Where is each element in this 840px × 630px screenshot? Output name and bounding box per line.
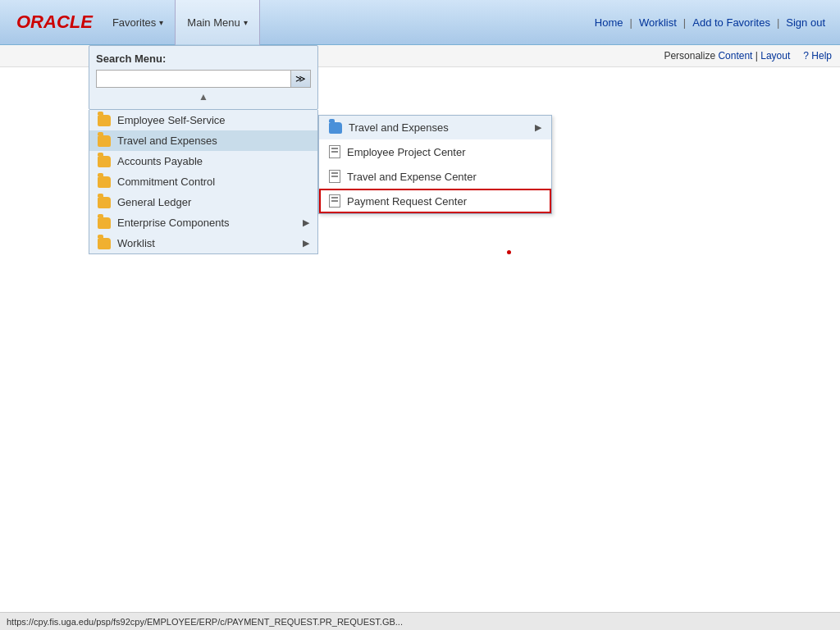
folder-icon-general-ledger [98, 197, 111, 208]
main-menu-tab[interactable]: Main Menu ▾ [175, 0, 259, 45]
main-menu-label: Main Menu [187, 16, 240, 29]
personalize-label: Personalize [664, 50, 715, 62]
menu-item-travel-expenses[interactable]: Travel and Expenses [89, 130, 317, 151]
add-to-favorites-link[interactable]: Add to Favorites [686, 16, 777, 29]
submenu-item-travel-expenses[interactable]: Travel and Expenses ▶ [319, 116, 551, 139]
personalize-separator: | [752, 50, 760, 62]
doc-icon-employee-project-center [329, 145, 340, 158]
enterprise-components-arrow-icon: ▶ [303, 217, 309, 228]
favorites-label: Favorites [112, 16, 156, 29]
menu-item-employee-self-service[interactable]: Employee Self-Service [89, 110, 317, 130]
search-menu-input[interactable] [96, 70, 291, 88]
doc-icon-payment-request-center [329, 194, 340, 208]
header-right: Home | Worklist | Add to Favorites | Sig… [588, 16, 832, 29]
search-menu-box: Search Menu: ≫ ▲ [89, 45, 318, 110]
oracle-logo: ORACLE [8, 11, 101, 33]
search-menu-button[interactable]: ≫ [291, 70, 311, 88]
submenu-container: Travel and Expenses ▶ Employee Project C… [318, 115, 552, 214]
status-url: https://cpy.fis.uga.edu/psp/fs92cpy/EMPL… [7, 617, 403, 627]
header: ORACLE Favorites ▾ Main Menu ▾ Home | Wo… [0, 0, 840, 45]
layout-link[interactable]: Layout [760, 50, 790, 62]
menu-label-commitment-control: Commitment Control [117, 176, 215, 188]
menu-item-enterprise-components[interactable]: Enterprise Components ▶ [89, 212, 317, 233]
submenu-item-payment-request-center[interactable]: Payment Request Center [319, 189, 551, 213]
menu-label-travel-expenses: Travel and Expenses [117, 135, 217, 147]
menu-list: Employee Self-Service Travel and Expense… [89, 110, 318, 254]
travel-expenses-sub-arrow-icon: ▶ [535, 122, 541, 133]
menu-label-employee-self-service: Employee Self-Service [117, 114, 226, 126]
submenu-label-payment-request-center: Payment Request Center [347, 195, 467, 208]
doc-icon-travel-expense-center [329, 170, 340, 183]
main-menu-arrow-icon: ▾ [244, 18, 248, 27]
search-menu-label: Search Menu: [96, 52, 311, 65]
red-dot [507, 250, 511, 254]
content-area: Personalize Content | Layout ? Help Sear… [0, 45, 840, 578]
folder-icon-accounts-payable [98, 156, 111, 167]
menu-label-general-ledger: General Ledger [117, 196, 191, 208]
folder-icon-employee-self-service [98, 115, 111, 126]
content-link[interactable]: Content [718, 50, 752, 62]
menu-item-worklist[interactable]: Worklist ▶ [89, 233, 317, 253]
header-left: ORACLE Favorites ▾ Main Menu ▾ [8, 0, 260, 45]
worklist-link[interactable]: Worklist [632, 16, 683, 29]
folder-icon-worklist [98, 238, 111, 249]
favorites-tab[interactable]: Favorites ▾ [101, 0, 175, 45]
menu-label-enterprise-components: Enterprise Components [117, 217, 230, 229]
search-menu-input-row: ≫ [96, 70, 311, 88]
sign-out-link[interactable]: Sign out [779, 16, 832, 29]
submenu-label-travel-expense-center: Travel and Expense Center [347, 171, 477, 183]
folder-icon-commitment-control [98, 176, 111, 188]
home-link[interactable]: Home [588, 16, 630, 29]
main-menu-dropdown: Search Menu: ≫ ▲ Employee Self-Service T… [89, 45, 318, 254]
status-bar: https://cpy.fis.uga.edu/psp/fs92cpy/EMPL… [0, 612, 840, 630]
scroll-arrow-icon: ▲ [96, 91, 311, 103]
submenu-item-travel-expense-center[interactable]: Travel and Expense Center [319, 164, 551, 189]
folder-icon-travel-expenses [98, 135, 111, 147]
menu-label-accounts-payable: Accounts Payable [117, 155, 203, 167]
menu-item-accounts-payable[interactable]: Accounts Payable [89, 151, 317, 171]
help-question-mark: ? [803, 50, 809, 62]
menu-item-commitment-control[interactable]: Commitment Control [89, 171, 317, 192]
worklist-arrow-icon: ▶ [303, 238, 309, 249]
submenu-label-employee-project-center: Employee Project Center [347, 146, 466, 158]
menu-label-worklist: Worklist [117, 237, 155, 249]
favorites-arrow-icon: ▾ [159, 18, 163, 27]
help-icon[interactable]: ? Help [803, 50, 832, 62]
submenu-label-travel-expenses: Travel and Expenses [349, 121, 449, 134]
folder-icon-travel-expenses-sub [329, 122, 342, 134]
folder-icon-enterprise-components [98, 217, 111, 229]
menu-item-general-ledger[interactable]: General Ledger [89, 192, 317, 212]
help-link[interactable]: Help [811, 50, 832, 62]
nav-tabs: Favorites ▾ Main Menu ▾ [101, 0, 260, 45]
submenu-item-employee-project-center[interactable]: Employee Project Center [319, 139, 551, 164]
